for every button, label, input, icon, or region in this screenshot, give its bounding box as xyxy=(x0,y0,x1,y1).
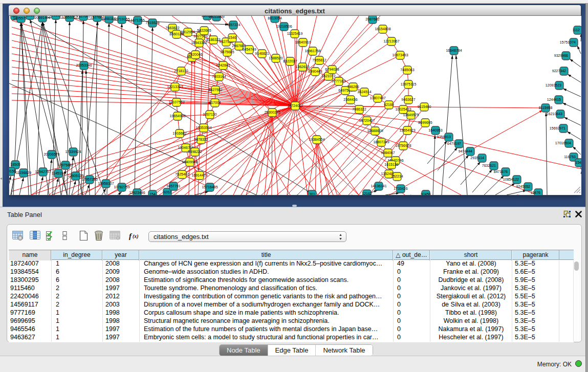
svg-text:154: 154 xyxy=(575,161,581,164)
svg-text:11325419: 11325419 xyxy=(287,32,303,35)
svg-text:10854122: 10854122 xyxy=(503,178,519,181)
svg-text:9115460: 9115460 xyxy=(418,105,431,108)
svg-text:12213967: 12213967 xyxy=(383,39,399,43)
svg-text:10688609: 10688609 xyxy=(367,129,383,133)
svg-text:5498222: 5498222 xyxy=(188,150,202,154)
svg-text:18724007: 18724007 xyxy=(287,104,303,107)
svg-text:13353594: 13353594 xyxy=(195,126,211,129)
svg-text:16961758: 16961758 xyxy=(304,49,320,53)
svg-text:1244415: 1244415 xyxy=(547,98,561,101)
svg-text:10782759: 10782759 xyxy=(114,185,129,189)
svg-text:15720407: 15720407 xyxy=(359,119,375,122)
svg-text:12162: 12162 xyxy=(362,192,372,195)
svg-text:39150: 39150 xyxy=(9,169,16,173)
svg-text:17339924: 17339924 xyxy=(65,150,81,154)
svg-text:14136141: 14136141 xyxy=(371,184,386,188)
svg-text:18807249: 18807249 xyxy=(373,140,389,144)
svg-text:106532: 106532 xyxy=(50,16,61,17)
svg-text:8699695: 8699695 xyxy=(418,121,432,124)
svg-text:7663822: 7663822 xyxy=(165,26,179,30)
svg-text:19654933: 19654933 xyxy=(169,114,185,118)
svg-text:16033809: 16033809 xyxy=(208,16,224,18)
svg-text:8912954: 8912954 xyxy=(181,30,194,34)
svg-text:8454749: 8454749 xyxy=(242,48,256,51)
svg-text:2420046: 2420046 xyxy=(188,53,202,56)
svg-text:252214: 252214 xyxy=(391,174,403,178)
svg-text:15692971: 15692971 xyxy=(550,126,565,130)
svg-text:1327602: 1327602 xyxy=(76,16,90,18)
svg-text:25300275: 25300275 xyxy=(264,111,280,114)
svg-text:7625402: 7625402 xyxy=(175,172,189,176)
svg-text:1588520: 1588520 xyxy=(269,56,282,60)
svg-text:16210643: 16210643 xyxy=(547,112,562,116)
svg-text:9777169: 9777169 xyxy=(332,79,345,83)
svg-text:3267130: 3267130 xyxy=(203,113,216,116)
svg-text:10973493: 10973493 xyxy=(392,53,408,57)
svg-text:17957255: 17957255 xyxy=(81,178,97,181)
svg-text:10653267: 10653267 xyxy=(61,16,77,19)
svg-text:9262: 9262 xyxy=(163,190,171,194)
svg-text:8813054: 8813054 xyxy=(268,16,281,20)
svg-text:9245052: 9245052 xyxy=(516,185,530,188)
svg-text:7632621: 7632621 xyxy=(482,164,496,167)
svg-text:7857224: 7857224 xyxy=(226,23,240,27)
svg-text:1546: 1546 xyxy=(228,36,236,39)
svg-text:7515526: 7515526 xyxy=(145,21,159,25)
svg-text:12975887: 12975887 xyxy=(57,163,73,167)
svg-text:6794028: 6794028 xyxy=(325,68,339,71)
svg-text:13975115: 13975115 xyxy=(401,82,417,86)
svg-text:1640953: 1640953 xyxy=(428,128,442,132)
svg-text:12942757: 12942757 xyxy=(35,170,51,173)
svg-text:817004: 817004 xyxy=(209,101,221,104)
svg-text:13654923: 13654923 xyxy=(399,128,415,132)
svg-text:15476: 15476 xyxy=(531,191,541,194)
svg-text:9329966: 9329966 xyxy=(554,54,568,57)
svg-text:16914479: 16914479 xyxy=(191,173,207,177)
svg-text:20053346: 20053346 xyxy=(76,63,92,67)
svg-text:8427552: 8427552 xyxy=(208,88,222,92)
svg-text:9463627: 9463627 xyxy=(401,98,415,101)
svg-text:7803144: 7803144 xyxy=(212,75,226,78)
svg-text:f: f xyxy=(129,232,133,240)
svg-text:301: 301 xyxy=(309,192,315,195)
svg-text:9242845: 9242845 xyxy=(216,63,230,67)
svg-text:2364436: 2364436 xyxy=(343,98,357,101)
svg-text:10958107: 10958107 xyxy=(98,182,114,185)
svg-text:1671355: 1671355 xyxy=(130,18,144,22)
svg-text:9474444: 9474444 xyxy=(459,149,472,153)
svg-text:8186323: 8186323 xyxy=(206,38,220,41)
svg-text:1112: 1112 xyxy=(572,28,580,32)
svg-text:10719155: 10719155 xyxy=(114,17,129,21)
svg-text:1362615: 1362615 xyxy=(295,65,309,69)
svg-text:10107553: 10107553 xyxy=(168,100,184,104)
svg-text:9084067: 9084067 xyxy=(381,151,395,155)
svg-text:2718170: 2718170 xyxy=(174,69,188,73)
svg-text:9457791: 9457791 xyxy=(166,184,180,188)
svg-text:8990448: 8990448 xyxy=(308,70,322,73)
svg-text:18505: 18505 xyxy=(10,163,20,166)
svg-text:12213303: 12213303 xyxy=(167,85,183,89)
svg-text:3875685: 3875685 xyxy=(220,50,234,54)
svg-text:13649575: 13649575 xyxy=(403,113,419,117)
svg-text:1733426: 1733426 xyxy=(394,187,407,190)
svg-text:12093523: 12093523 xyxy=(546,83,561,87)
svg-text:10807487: 10807487 xyxy=(369,96,385,100)
svg-text:8115958: 8115958 xyxy=(539,106,553,110)
svg-text:92450: 92450 xyxy=(421,192,431,195)
svg-text:19384554: 19384554 xyxy=(309,138,324,141)
svg-text:6479197: 6479197 xyxy=(447,142,461,145)
svg-text:746266: 746266 xyxy=(347,85,359,89)
svg-text:8322037: 8322037 xyxy=(283,59,297,63)
svg-text:16543382: 16543382 xyxy=(191,41,207,45)
svg-text:1916682: 1916682 xyxy=(172,132,186,135)
svg-text:16154808: 16154808 xyxy=(375,27,390,31)
svg-text:16409948: 16409948 xyxy=(182,160,198,164)
svg-text:3624514: 3624514 xyxy=(357,90,371,94)
svg-text:19218506: 19218506 xyxy=(276,25,292,28)
svg-text:12905135: 12905135 xyxy=(68,174,83,178)
svg-text:9358913: 9358913 xyxy=(437,135,451,139)
svg-text:20691406: 20691406 xyxy=(34,16,50,19)
svg-text:2069: 2069 xyxy=(26,16,34,17)
svg-text:17016504: 17016504 xyxy=(555,141,571,145)
svg-text:2087682: 2087682 xyxy=(365,17,379,21)
